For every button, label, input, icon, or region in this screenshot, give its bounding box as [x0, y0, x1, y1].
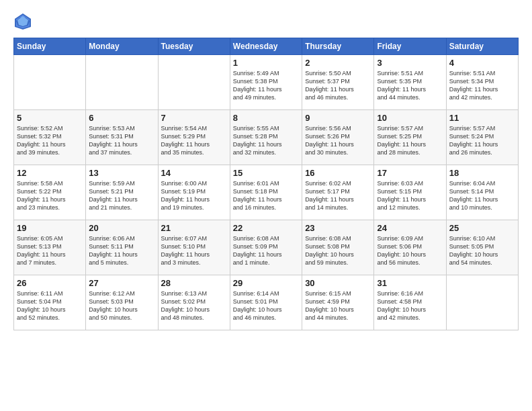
day-info: Sunrise: 6:10 AM Sunset: 5:05 PM Dayligh…: [449, 234, 515, 267]
day-info: Sunrise: 5:57 AM Sunset: 5:24 PM Dayligh…: [449, 124, 515, 157]
day-info: Sunrise: 6:11 AM Sunset: 5:04 PM Dayligh…: [17, 289, 83, 322]
weekday-header-row: SundayMondayTuesdayWednesdayThursdayFrid…: [14, 38, 519, 55]
calendar-cell: 7Sunrise: 5:54 AM Sunset: 5:29 PM Daylig…: [158, 110, 230, 165]
weekday-header-thursday: Thursday: [302, 38, 374, 55]
weekday-header-saturday: Saturday: [446, 38, 518, 55]
calendar-cell: 11Sunrise: 5:57 AM Sunset: 5:24 PM Dayli…: [446, 110, 518, 165]
day-number: 16: [305, 168, 371, 178]
day-info: Sunrise: 6:14 AM Sunset: 5:01 PM Dayligh…: [233, 289, 299, 322]
calendar-cell: 31Sunrise: 6:16 AM Sunset: 4:58 PM Dayli…: [374, 275, 446, 330]
day-number: 3: [377, 58, 443, 68]
day-number: 22: [233, 223, 299, 233]
calendar-cell: [86, 55, 158, 110]
calendar-cell: 4Sunrise: 5:51 AM Sunset: 5:34 PM Daylig…: [446, 55, 518, 110]
day-number: 28: [161, 278, 227, 288]
calendar-cell: 14Sunrise: 6:00 AM Sunset: 5:19 PM Dayli…: [158, 165, 230, 220]
logo: [13, 12, 35, 31]
day-info: Sunrise: 6:05 AM Sunset: 5:13 PM Dayligh…: [17, 234, 83, 267]
calendar-cell: 21Sunrise: 6:07 AM Sunset: 5:10 PM Dayli…: [158, 220, 230, 275]
day-number: 27: [89, 278, 154, 288]
calendar-cell: 20Sunrise: 6:06 AM Sunset: 5:11 PM Dayli…: [86, 220, 158, 275]
calendar-cell: 22Sunrise: 6:08 AM Sunset: 5:09 PM Dayli…: [230, 220, 302, 275]
day-info: Sunrise: 6:07 AM Sunset: 5:10 PM Dayligh…: [161, 234, 227, 267]
day-info: Sunrise: 6:00 AM Sunset: 5:19 PM Dayligh…: [161, 179, 227, 212]
day-number: 12: [17, 168, 83, 178]
calendar-cell: [14, 55, 86, 110]
calendar-week-5: 26Sunrise: 6:11 AM Sunset: 5:04 PM Dayli…: [14, 275, 519, 330]
day-number: 24: [377, 223, 443, 233]
calendar-week-2: 5Sunrise: 5:52 AM Sunset: 5:32 PM Daylig…: [14, 110, 519, 165]
calendar-cell: 23Sunrise: 6:08 AM Sunset: 5:08 PM Dayli…: [302, 220, 374, 275]
day-info: Sunrise: 5:56 AM Sunset: 5:26 PM Dayligh…: [305, 124, 371, 157]
day-number: 15: [233, 168, 299, 178]
calendar-cell: 19Sunrise: 6:05 AM Sunset: 5:13 PM Dayli…: [14, 220, 86, 275]
weekday-header-wednesday: Wednesday: [230, 38, 302, 55]
logo-icon: [13, 12, 32, 31]
calendar-cell: 1Sunrise: 5:49 AM Sunset: 5:38 PM Daylig…: [230, 55, 302, 110]
weekday-header-monday: Monday: [86, 38, 158, 55]
day-number: 23: [305, 223, 371, 233]
day-info: Sunrise: 6:03 AM Sunset: 5:15 PM Dayligh…: [377, 179, 443, 212]
day-info: Sunrise: 6:08 AM Sunset: 5:08 PM Dayligh…: [305, 234, 371, 267]
day-number: 13: [89, 168, 154, 178]
calendar-cell: 16Sunrise: 6:02 AM Sunset: 5:17 PM Dayli…: [302, 165, 374, 220]
day-number: 1: [233, 58, 299, 68]
day-number: 21: [161, 223, 227, 233]
day-number: 29: [233, 278, 299, 288]
weekday-header-friday: Friday: [374, 38, 446, 55]
day-number: 6: [89, 113, 154, 123]
day-info: Sunrise: 5:49 AM Sunset: 5:38 PM Dayligh…: [233, 69, 299, 102]
day-info: Sunrise: 6:15 AM Sunset: 4:59 PM Dayligh…: [305, 289, 371, 322]
day-number: 11: [449, 113, 515, 123]
calendar-cell: 5Sunrise: 5:52 AM Sunset: 5:32 PM Daylig…: [14, 110, 86, 165]
calendar-cell: [158, 55, 230, 110]
day-info: Sunrise: 5:52 AM Sunset: 5:32 PM Dayligh…: [17, 124, 83, 157]
calendar-cell: 25Sunrise: 6:10 AM Sunset: 5:05 PM Dayli…: [446, 220, 518, 275]
day-info: Sunrise: 5:50 AM Sunset: 5:37 PM Dayligh…: [305, 69, 371, 102]
day-number: 31: [377, 278, 443, 288]
day-info: Sunrise: 6:02 AM Sunset: 5:17 PM Dayligh…: [305, 179, 371, 212]
day-info: Sunrise: 6:09 AM Sunset: 5:06 PM Dayligh…: [377, 234, 443, 267]
day-number: 9: [305, 113, 371, 123]
day-info: Sunrise: 5:51 AM Sunset: 5:35 PM Dayligh…: [377, 69, 443, 102]
day-number: 19: [17, 223, 83, 233]
calendar-cell: 26Sunrise: 6:11 AM Sunset: 5:04 PM Dayli…: [14, 275, 86, 330]
day-number: 5: [17, 113, 83, 123]
calendar-cell: 13Sunrise: 5:59 AM Sunset: 5:21 PM Dayli…: [86, 165, 158, 220]
calendar-cell: 17Sunrise: 6:03 AM Sunset: 5:15 PM Dayli…: [374, 165, 446, 220]
day-info: Sunrise: 6:08 AM Sunset: 5:09 PM Dayligh…: [233, 234, 299, 267]
day-info: Sunrise: 5:55 AM Sunset: 5:28 PM Dayligh…: [233, 124, 299, 157]
day-info: Sunrise: 5:53 AM Sunset: 5:31 PM Dayligh…: [89, 124, 154, 157]
calendar-cell: 27Sunrise: 6:12 AM Sunset: 5:03 PM Dayli…: [86, 275, 158, 330]
page-header: [13, 12, 519, 31]
day-number: 14: [161, 168, 227, 178]
day-info: Sunrise: 5:54 AM Sunset: 5:29 PM Dayligh…: [161, 124, 227, 157]
day-info: Sunrise: 6:13 AM Sunset: 5:02 PM Dayligh…: [161, 289, 227, 322]
day-number: 20: [89, 223, 154, 233]
calendar-week-1: 1Sunrise: 5:49 AM Sunset: 5:38 PM Daylig…: [14, 55, 519, 110]
day-info: Sunrise: 6:16 AM Sunset: 4:58 PM Dayligh…: [377, 289, 443, 322]
calendar-cell: 29Sunrise: 6:14 AM Sunset: 5:01 PM Dayli…: [230, 275, 302, 330]
calendar-cell: 30Sunrise: 6:15 AM Sunset: 4:59 PM Dayli…: [302, 275, 374, 330]
weekday-header-tuesday: Tuesday: [158, 38, 230, 55]
calendar-week-4: 19Sunrise: 6:05 AM Sunset: 5:13 PM Dayli…: [14, 220, 519, 275]
day-number: 2: [305, 58, 371, 68]
calendar-cell: [446, 275, 518, 330]
calendar-cell: 9Sunrise: 5:56 AM Sunset: 5:26 PM Daylig…: [302, 110, 374, 165]
day-number: 25: [449, 223, 515, 233]
calendar-cell: 28Sunrise: 6:13 AM Sunset: 5:02 PM Dayli…: [158, 275, 230, 330]
day-info: Sunrise: 5:57 AM Sunset: 5:25 PM Dayligh…: [377, 124, 443, 157]
day-number: 4: [449, 58, 515, 68]
day-info: Sunrise: 6:01 AM Sunset: 5:18 PM Dayligh…: [233, 179, 299, 212]
day-number: 8: [233, 113, 299, 123]
calendar-cell: 12Sunrise: 5:58 AM Sunset: 5:22 PM Dayli…: [14, 165, 86, 220]
calendar-cell: 18Sunrise: 6:04 AM Sunset: 5:14 PM Dayli…: [446, 165, 518, 220]
calendar-table: SundayMondayTuesdayWednesdayThursdayFrid…: [13, 38, 519, 330]
calendar-cell: 2Sunrise: 5:50 AM Sunset: 5:37 PM Daylig…: [302, 55, 374, 110]
weekday-header-sunday: Sunday: [14, 38, 86, 55]
day-number: 18: [449, 168, 515, 178]
calendar-cell: 15Sunrise: 6:01 AM Sunset: 5:18 PM Dayli…: [230, 165, 302, 220]
day-number: 10: [377, 113, 443, 123]
day-number: 17: [377, 168, 443, 178]
day-info: Sunrise: 5:58 AM Sunset: 5:22 PM Dayligh…: [17, 179, 83, 212]
